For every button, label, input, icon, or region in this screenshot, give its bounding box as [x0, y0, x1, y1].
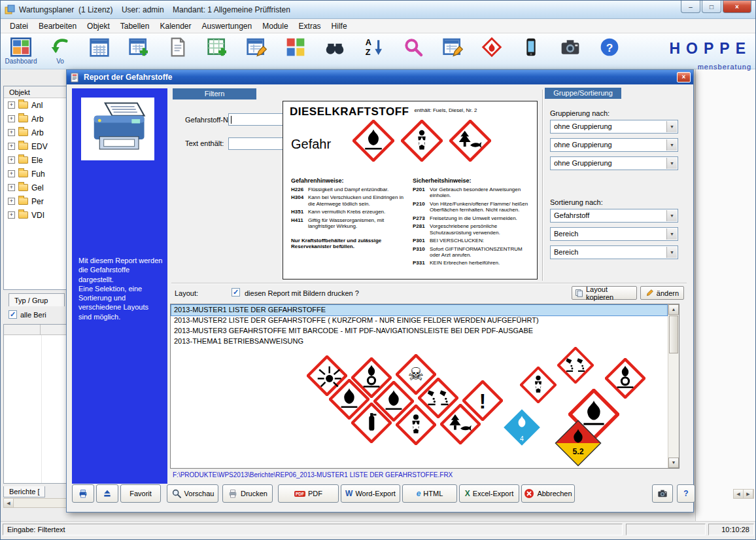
tab-berichte[interactable]: Berichte [: [3, 486, 45, 497]
scroll-left-icon[interactable]: ◀: [4, 499, 14, 507]
filter-section-header: Filtern: [173, 88, 256, 99]
dashboard-icon: [10, 37, 31, 58]
abbrechen-label: Abbrechen: [537, 490, 572, 497]
screenshot-button[interactable]: [652, 484, 673, 503]
ghs-health-hazard: [520, 367, 557, 403]
tree-item-label: EDV: [31, 142, 48, 151]
menu-kalender[interactable]: Kalender: [154, 20, 196, 33]
vorschau-button[interactable]: Vorschau: [167, 484, 218, 503]
toolbar-calendar-plus-button[interactable]: [124, 35, 154, 68]
chevron-down-icon[interactable]: ▼: [666, 121, 677, 132]
toolbar-dashboard-button[interactable]: Dashboard: [6, 35, 36, 68]
sort-az-icon: AZ: [364, 37, 385, 58]
minimize-icon: –: [689, 3, 693, 10]
menu-module[interactable]: Module: [257, 20, 293, 33]
grouping-select[interactable]: ohne Gruppierung▼: [550, 120, 678, 134]
toolbar-sort-az-button[interactable]: AZ: [359, 35, 389, 68]
menu-extras[interactable]: Extras: [294, 20, 326, 33]
modules-icon: [285, 37, 306, 58]
scroll-down-icon[interactable]: ▼: [668, 458, 679, 468]
print-direct-button[interactable]: [72, 484, 94, 503]
chevron-down-icon[interactable]: ▼: [666, 158, 677, 169]
text-caret: [231, 116, 232, 124]
expand-icon[interactable]: +: [8, 156, 15, 164]
expand-icon[interactable]: +: [8, 198, 15, 205]
expand-icon[interactable]: +: [8, 115, 15, 122]
toolbar-calendar-edit-button[interactable]: [241, 35, 271, 68]
layout-list-item[interactable]: 2013-THEMA1 BETRIEBSANWEISUNG: [171, 336, 667, 347]
print-images-checkbox[interactable]: ✓: [232, 288, 240, 297]
layout-change-label: ändern: [657, 289, 679, 297]
dialog-close-button[interactable]: ×: [677, 72, 691, 82]
layout-list-item[interactable]: 2013-MUSTER2 LISTE DER GEFAHRSTOFFE ( KU…: [171, 315, 667, 326]
layout-change-button[interactable]: ändern: [640, 286, 684, 300]
toolbar-document-button[interactable]: [163, 35, 193, 68]
tab-typ-grup[interactable]: Typ / Grup: [9, 293, 65, 306]
chevron-down-icon[interactable]: ▼: [666, 210, 677, 221]
toolbar-table-plus-button[interactable]: [202, 35, 232, 68]
toolbar-camera-button[interactable]: [555, 35, 585, 68]
minimize-button[interactable]: –: [681, 1, 700, 13]
alle-berichte-checkbox[interactable]: ✓: [9, 310, 17, 319]
bottom-right-scrollbar[interactable]: ◀ ▶: [733, 489, 754, 499]
word-export-button[interactable]: W Word-Export: [341, 484, 400, 503]
layout-copy-button[interactable]: Layout kopieren: [572, 286, 637, 300]
drucken-button[interactable]: Drucken: [222, 484, 273, 503]
abbrechen-button[interactable]: Abbrechen: [521, 484, 575, 503]
safety-statement: P301BEI VERSCHLUCKEN:: [413, 238, 533, 243]
scroll-right-icon[interactable]: ▶: [744, 490, 753, 498]
menu-objekt[interactable]: Objekt: [82, 20, 115, 33]
report-gefahrstoffe-dialog: Report der Gefahrstoffe × Mit diesem Rep…: [66, 69, 694, 513]
folder-icon: [18, 115, 28, 122]
toolbar-calendar-button[interactable]: [84, 35, 114, 68]
list-scrollbar[interactable]: ▲ ▼: [668, 304, 679, 468]
toolbar-binoculars-button[interactable]: [320, 35, 350, 68]
brand-name: HOPPE: [669, 40, 751, 58]
grouping-select[interactable]: ohne Gruppierung▼: [550, 138, 678, 152]
hazard-diamond-icon: [481, 37, 502, 58]
menu-datei[interactable]: Datei: [5, 20, 33, 33]
menu-bearbeiten[interactable]: Bearbeiten: [33, 20, 82, 33]
layout-list-item[interactable]: 2013-MUSTER3 GEFAHRSTOFFE MIT BARCODE - …: [171, 326, 667, 336]
page-preview-button[interactable]: [96, 484, 118, 503]
dialog-help-button[interactable]: ?: [677, 484, 695, 503]
menu-auswertungen[interactable]: Auswertungen: [197, 20, 258, 33]
gefahrstoff-nr-input[interactable]: [228, 113, 284, 126]
scroll-up-icon[interactable]: ▲: [668, 304, 679, 315]
sorting-select[interactable]: Bereich▼: [550, 227, 678, 241]
expand-icon[interactable]: +: [8, 143, 15, 150]
chevron-down-icon[interactable]: ▼: [666, 139, 677, 151]
close-button[interactable]: ×: [723, 1, 751, 13]
toolbar-hazard-diamond-button[interactable]: [477, 35, 507, 68]
maximize-button[interactable]: □: [702, 1, 721, 13]
expand-icon[interactable]: +: [8, 184, 15, 191]
toolbar-calendar-edit-button[interactable]: [438, 35, 468, 68]
toolbar-search-button[interactable]: [398, 35, 428, 68]
chevron-down-icon[interactable]: ▼: [666, 228, 677, 240]
folder-icon: [18, 170, 28, 177]
expand-icon[interactable]: +: [8, 101, 15, 109]
menu-hilfe[interactable]: Hilfe: [326, 20, 352, 33]
substance-name: DIESELKRAFTSTOFF: [290, 105, 409, 118]
toolbar-phone-button[interactable]: [516, 35, 546, 68]
chevron-down-icon[interactable]: ▼: [666, 247, 677, 258]
tree-item-label: Gel: [31, 183, 44, 192]
scroll-left-icon[interactable]: ◀: [734, 490, 744, 498]
expand-icon[interactable]: +: [8, 129, 15, 136]
scrollbar-thumb[interactable]: [669, 315, 678, 353]
pdf-export-button[interactable]: PDF PDF: [278, 484, 339, 503]
toolbar-help-button[interactable]: ?: [594, 35, 625, 68]
toolbar-undo-button[interactable]: Vo: [45, 35, 75, 68]
layout-list-item[interactable]: 2013-MUSTER1 LISTE DER GEFAHRSTOFFE: [171, 305, 667, 315]
expand-icon[interactable]: +: [8, 170, 15, 177]
toolbar-modules-button[interactable]: [281, 35, 311, 68]
excel-export-button[interactable]: X Excel-Export: [459, 484, 519, 503]
favorit-button[interactable]: Favorit: [120, 484, 161, 503]
html-export-button[interactable]: e HTML: [402, 484, 457, 503]
sorting-select[interactable]: Bereich▼: [550, 245, 678, 259]
expand-icon[interactable]: +: [8, 211, 15, 219]
text-enthaelt-input[interactable]: [228, 137, 284, 150]
grouping-select[interactable]: ohne Gruppierung▼: [550, 156, 678, 170]
sorting-select[interactable]: Gefahrstoff▼: [550, 209, 678, 223]
menu-tabellen[interactable]: Tabellen: [115, 20, 155, 33]
